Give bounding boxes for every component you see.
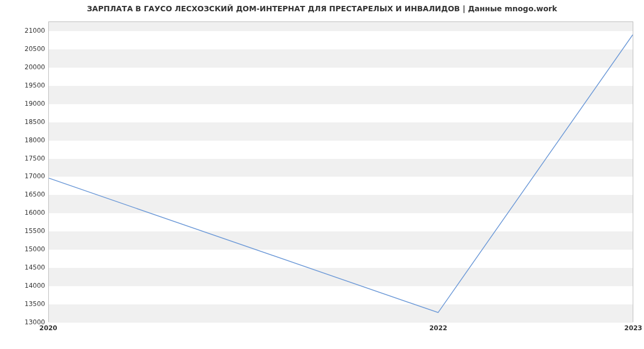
x-tick-label: 2023 — [624, 324, 642, 332]
y-tick-label: 20500 — [2, 45, 45, 53]
x-tick-label: 2022 — [429, 324, 447, 332]
y-tick-label: 15000 — [2, 245, 45, 253]
y-tick-label: 13000 — [2, 318, 45, 326]
y-tick-label: 21000 — [2, 27, 45, 34]
y-tick-label: 19000 — [2, 100, 45, 107]
y-tick-label: 16500 — [2, 191, 45, 198]
line-series — [49, 22, 633, 322]
y-tick-label: 14000 — [2, 282, 45, 289]
y-tick-label: 20000 — [2, 63, 45, 71]
plot-area — [48, 21, 633, 322]
y-tick-label: 14500 — [2, 264, 45, 271]
y-tick-label: 13500 — [2, 300, 45, 308]
y-tick-label: 15500 — [2, 227, 45, 235]
y-tick-label: 18500 — [2, 118, 45, 126]
x-tick-label: 2020 — [39, 324, 57, 332]
series-line — [49, 35, 633, 312]
y-tick-label: 16000 — [2, 209, 45, 216]
y-tick-label: 17500 — [2, 155, 45, 162]
y-tick-label: 19500 — [2, 82, 45, 89]
y-tick-label: 18000 — [2, 136, 45, 144]
chart-title: ЗАРПЛАТА В ГАУСО ЛЕСХОЗСКИЙ ДОМ-ИНТЕРНАТ… — [0, 4, 644, 13]
y-tick-label: 17000 — [2, 172, 45, 180]
chart-container: ЗАРПЛАТА В ГАУСО ЛЕСХОЗСКИЙ ДОМ-ИНТЕРНАТ… — [0, 0, 644, 349]
